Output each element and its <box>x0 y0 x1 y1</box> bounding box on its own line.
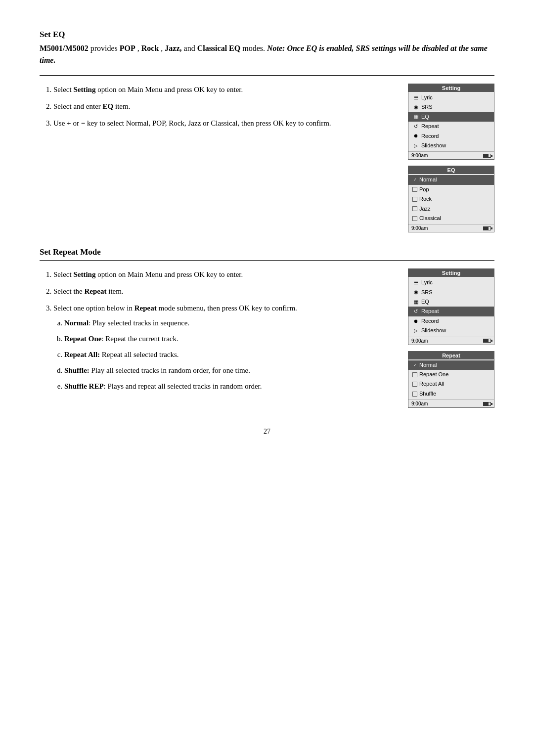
lyric-icon: ☰ <box>412 94 419 101</box>
setting-srs-item: ◉ SRS <box>408 102 494 112</box>
setting-lyric-item: ☰ Lyric <box>408 93 494 102</box>
rpt-slideshow-icon: ▷ <box>412 327 419 334</box>
repeat-sub-a: Normal: Play selected tracks in sequence… <box>64 317 398 329</box>
record-icon: ⏺ <box>412 133 419 139</box>
rpt-sub-time: 9:00am <box>411 401 428 406</box>
repeat-icon: ↺ <box>412 123 419 130</box>
setting-record-item: ⏺ Record <box>408 132 494 141</box>
lyric-label: Lyric <box>421 94 433 101</box>
rpt-lyric-icon: ☰ <box>412 279 419 286</box>
rpt-srs-label: SRS <box>421 289 433 296</box>
repeat-step1-bold: Setting <box>73 270 95 278</box>
rpt-setting-time: 9:00am <box>411 338 428 344</box>
rpt-setting-screen-footer: 9:00am <box>408 337 494 345</box>
eq-instructions: Select Setting option on Main Menu and p… <box>40 84 398 232</box>
intro-provides: provides <box>90 44 120 52</box>
battery-icon-3 <box>483 339 491 343</box>
eq-rule <box>40 75 494 76</box>
eq-normal-label: Normal <box>419 176 437 183</box>
eq-pop-label: Pop <box>419 186 429 193</box>
eq-classical-check <box>412 216 417 221</box>
eq-steps-list: Select Setting option on Main Menu and p… <box>40 84 398 129</box>
rpt-repone-item: Repaet One <box>408 370 494 379</box>
rpt-repall-check <box>412 382 417 387</box>
repeat-step2-bold: Repeat <box>84 287 106 295</box>
repeat-sub-e: Shuffle REP: Plays and repeat all select… <box>64 380 398 392</box>
repeat-sub-screen-body: Normal Repaet One Repeat All Shuffle <box>408 359 494 400</box>
setting-slideshow-item: ▷ Slideshow <box>408 141 494 150</box>
eq-rock-check <box>412 197 417 202</box>
intro-brand: M5001/M5002 <box>40 44 89 52</box>
eq-normal-item: Normal <box>408 175 494 184</box>
rpt-normal-label: Normal <box>419 361 437 369</box>
repeat-sub-steps: Normal: Play selected tracks in sequence… <box>53 317 398 392</box>
repeat-sub-c: Repeat All: Repeat all selected tracks. <box>64 349 398 360</box>
intro-pop: POP <box>120 44 135 52</box>
set-eq-title: Set EQ <box>40 30 494 40</box>
rpt-setting-record-item: ⏺ Record <box>408 316 494 326</box>
rpt-eq-icon: ▦ <box>412 299 419 306</box>
eq-rock-label: Rock <box>419 195 432 203</box>
set-repeat-title: Set Repeat Mode <box>40 247 494 257</box>
setting-eq-item: ▦ EQ <box>408 112 494 122</box>
eq-screens: Setting ☰ Lyric ◉ SRS ▦ EQ ↺ <box>408 84 494 232</box>
eq-jazz-check <box>412 206 417 211</box>
page-number: 27 <box>40 428 494 436</box>
repeat-sub-d: Shuffle: Play all selected tracks in ran… <box>64 364 398 376</box>
rpt-setting-lyric-item: ☰ Lyric <box>408 278 494 287</box>
setting-repeat-item: ↺ Repeat <box>408 122 494 131</box>
eq-sub-screen-title: EQ <box>408 166 494 174</box>
eq-step-3: Use + or − key to select Normal, POP, Ro… <box>53 117 398 129</box>
battery-icon-2 <box>483 226 491 230</box>
battery-icon-4 <box>483 402 491 406</box>
repeat-setting-screen: Setting ☰ Lyric ◉ SRS ▦ EQ ↺ <box>408 268 494 345</box>
eq-step-1: Select Setting option on Main Menu and p… <box>53 84 398 95</box>
repeat-all-bold: Repeat All: <box>64 351 100 358</box>
rpt-slideshow-label: Slideshow <box>421 327 446 334</box>
intro-and: and <box>184 44 197 52</box>
repeat-steps-list: Select Setting option on Main Menu and p… <box>40 268 398 392</box>
rpt-eq-label: EQ <box>421 298 429 306</box>
slideshow-icon: ▷ <box>412 142 419 149</box>
repeat-step3-bold: Repeat <box>134 304 157 312</box>
eq-step1-bold: Setting <box>73 86 95 93</box>
repeat-screens: Setting ☰ Lyric ◉ SRS ▦ EQ ↺ <box>408 268 494 408</box>
repeat-step-1: Select Setting option on Main Menu and p… <box>53 268 398 280</box>
battery-icon-1 <box>483 154 491 158</box>
rpt-setting-srs-item: ◉ SRS <box>408 288 494 297</box>
repeat-one-bold: Repeat One <box>64 335 101 343</box>
intro-classical-eq: Classical EQ <box>197 44 241 52</box>
eq-pop-item: Pop <box>408 185 494 194</box>
rpt-srs-icon: ◉ <box>412 289 419 296</box>
rpt-repeat-icon: ↺ <box>412 308 419 315</box>
intro-rock: Rock <box>141 44 159 52</box>
rpt-repall-item: Repeat All <box>408 379 494 389</box>
eq-setting-screen: Setting ☰ Lyric ◉ SRS ▦ EQ ↺ <box>408 84 494 160</box>
eq-step-2: Select and enter EQ item. <box>53 100 398 112</box>
intro-comma1: , <box>137 44 141 52</box>
repeat-two-col: Select Setting option on Main Menu and p… <box>40 268 494 408</box>
rpt-repone-check <box>412 372 417 377</box>
rpt-shuffle-check <box>412 392 417 397</box>
srs-icon: ◉ <box>412 104 419 111</box>
rpt-repeat-label: Repeat <box>421 308 439 315</box>
rpt-shuffle-label: Shuffle <box>419 390 436 398</box>
eq-setting-time: 9:00am <box>411 153 428 158</box>
rpt-lyric-label: Lyric <box>421 279 433 286</box>
repeat-rule <box>40 260 494 261</box>
repeat-setting-screen-body: ☰ Lyric ◉ SRS ▦ EQ ↺ Repeat <box>408 277 494 336</box>
eq-sub-screen-body: Normal Pop Rock Jazz <box>408 174 494 224</box>
eq-setting-screen-body: ☰ Lyric ◉ SRS ▦ EQ ↺ Repeat <box>408 92 494 151</box>
rpt-normal-item: Normal <box>408 360 494 370</box>
repeat-sub-screen-title: Repeat <box>408 352 494 359</box>
eq-normal-check <box>412 178 417 182</box>
rpt-record-icon: ⏺ <box>412 318 419 325</box>
rpt-normal-check <box>412 362 417 367</box>
eq-sub-screen: EQ Normal Pop Rock <box>408 166 494 232</box>
intro-jazz: Jazz, <box>165 44 181 52</box>
eq-label: EQ <box>421 113 429 121</box>
slideshow-label: Slideshow <box>421 142 446 149</box>
rpt-repall-label: Repeat All <box>419 380 444 388</box>
eq-sub-time: 9:00am <box>411 225 428 231</box>
set-eq-intro: M5001/M5002 provides POP , Rock , Jazz, … <box>40 43 494 66</box>
